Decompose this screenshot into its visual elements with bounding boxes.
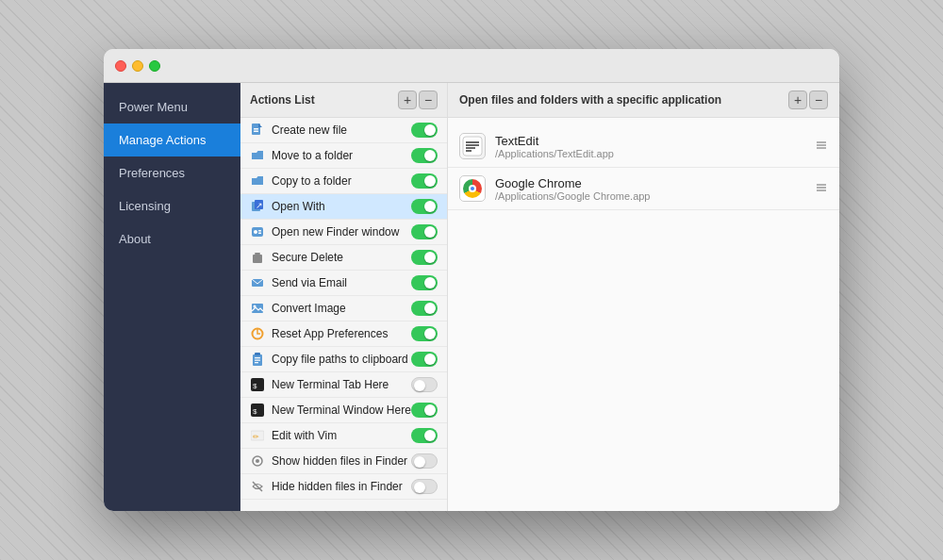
folder-copy-icon [250, 173, 265, 189]
action-item-secure-delete[interactable]: Secure Delete [240, 245, 447, 271]
app-item-textedit[interactable]: TextEdit/Applications/TextEdit.app [448, 125, 839, 168]
svg-rect-9 [258, 233, 261, 235]
app-add-button[interactable]: + [788, 91, 807, 109]
svg-text:✏: ✏ [253, 433, 259, 441]
svg-rect-2 [254, 131, 258, 133]
toggle-open-new-finder[interactable] [411, 224, 438, 239]
action-item-new-terminal-window[interactable]: $New Terminal Window Here [240, 398, 447, 423]
toggle-move-to-folder[interactable] [411, 148, 438, 163]
svg-text:↗: ↗ [256, 201, 263, 210]
close-button[interactable] [115, 60, 126, 72]
toggle-copy-to-folder[interactable] [411, 173, 438, 189]
svg-text:$: $ [253, 382, 257, 390]
action-item-reset-app-prefs[interactable]: Reset App Preferences [240, 321, 447, 347]
reset-icon [250, 326, 265, 341]
sidebar: Power Menu Manage Actions Preferences Li… [104, 83, 240, 511]
action-label-new-terminal-tab: New Terminal Tab Here [272, 378, 389, 391]
toggle-edit-with-vim[interactable] [411, 428, 438, 443]
textedit-icon [459, 133, 486, 159]
action-item-open-new-finder[interactable]: Open new Finder window [240, 220, 447, 245]
svg-rect-19 [255, 360, 260, 361]
main-window: Power Menu Manage Actions Preferences Li… [104, 49, 839, 511]
action-item-show-hidden-files[interactable]: Show hidden files in Finder [240, 449, 447, 474]
action-label-convert-image: Convert Image [272, 302, 346, 315]
traffic-lights [115, 60, 160, 72]
actions-add-button[interactable]: + [398, 91, 417, 109]
google-chrome-path: /Applications/Google Chrome.app [495, 190, 805, 202]
clipboard-icon [250, 352, 265, 367]
sidebar-item-about[interactable]: About [104, 222, 240, 255]
action-item-new-terminal-tab[interactable]: $New Terminal Tab Here [240, 372, 447, 398]
textedit-name: TextEdit [495, 134, 805, 148]
terminal-icon: $ [250, 377, 265, 392]
app-item-google-chrome[interactable]: Google Chrome/Applications/Google Chrome… [448, 168, 839, 210]
app-remove-button[interactable]: − [809, 91, 828, 109]
toggle-send-via-email[interactable] [411, 275, 438, 290]
sidebar-item-power-menu[interactable]: Power Menu [104, 91, 240, 124]
toggle-new-terminal-window[interactable] [411, 403, 438, 418]
action-item-open-with[interactable]: ↗Open With [240, 194, 447, 220]
vim-icon: ✏ [250, 428, 265, 443]
action-label-new-terminal-window: New Terminal Window Here [272, 404, 411, 417]
action-label-secure-delete: Secure Delete [272, 251, 343, 264]
svg-rect-30 [463, 137, 482, 156]
actions-panel-buttons: + − [398, 91, 438, 109]
toggle-show-hidden-files[interactable] [411, 453, 438, 469]
action-label-open-new-finder: Open new Finder window [272, 225, 399, 239]
action-item-copy-file-paths[interactable]: Copy file paths to clipboard [240, 347, 447, 372]
action-label-edit-with-vim: Edit with Vim [272, 429, 337, 442]
action-label-show-hidden-files: Show hidden files in Finder [272, 454, 407, 468]
delete-icon [250, 250, 265, 265]
svg-point-28 [256, 459, 259, 463]
svg-rect-10 [253, 255, 262, 263]
finder-icon [250, 224, 265, 239]
action-label-copy-file-paths: Copy file paths to clipboard [272, 353, 408, 366]
toggle-convert-image[interactable] [411, 301, 438, 316]
titlebar [104, 49, 839, 83]
folder-move-icon [250, 148, 265, 163]
minimize-button[interactable] [132, 60, 143, 72]
action-label-hide-hidden-files: Hide hidden files in Finder [272, 480, 403, 493]
toggle-secure-delete[interactable] [411, 250, 438, 265]
toggle-hide-hidden-files[interactable] [411, 479, 438, 494]
action-item-convert-image[interactable]: Convert Image [240, 296, 447, 321]
image-icon [250, 301, 265, 316]
textedit-menu-icon [815, 139, 828, 155]
terminal-icon: $ [250, 403, 265, 418]
toggle-reset-app-prefs[interactable] [411, 326, 438, 341]
toggle-open-with[interactable] [411, 199, 438, 214]
action-item-hide-hidden-files[interactable]: Hide hidden files in Finder [240, 474, 447, 500]
file-icon [250, 123, 265, 138]
google-chrome-menu-icon [815, 181, 828, 197]
action-item-move-to-folder[interactable]: Move to a folder [240, 143, 447, 169]
svg-rect-1 [254, 128, 258, 130]
action-label-create-new-file: Create new file [272, 124, 347, 137]
toggle-new-terminal-tab[interactable] [411, 377, 438, 392]
action-label-copy-to-folder: Copy to a folder [272, 174, 352, 188]
google-chrome-icon [459, 175, 486, 202]
app-panel-buttons: + − [788, 91, 828, 109]
app-panel-header: Open files and folders with a specific a… [448, 83, 839, 118]
actions-panel-title: Actions List [250, 93, 315, 107]
actions-panel-header: Actions List + − [240, 83, 447, 118]
show-icon [250, 453, 265, 469]
action-item-copy-to-folder[interactable]: Copy to a folder [240, 169, 447, 194]
maximize-button[interactable] [149, 60, 160, 72]
actions-remove-button[interactable]: − [419, 91, 438, 109]
sidebar-item-manage-actions[interactable]: Manage Actions [104, 124, 240, 156]
action-item-create-new-file[interactable]: Create new file [240, 118, 447, 143]
svg-rect-18 [255, 357, 260, 358]
action-label-reset-app-prefs: Reset App Preferences [272, 327, 388, 340]
svg-rect-20 [255, 362, 258, 363]
action-item-edit-with-vim[interactable]: ✏Edit with Vim [240, 423, 447, 449]
action-item-send-via-email[interactable]: Send via Email [240, 271, 447, 296]
svg-text:$: $ [253, 407, 257, 416]
app-list: TextEdit/Applications/TextEdit.appGoogle… [448, 118, 839, 511]
toggle-create-new-file[interactable] [411, 123, 438, 138]
sidebar-item-preferences[interactable]: Preferences [104, 156, 240, 189]
toggle-copy-file-paths[interactable] [411, 352, 438, 367]
hide-icon [250, 479, 265, 494]
action-label-open-with: Open With [272, 200, 325, 213]
sidebar-item-licensing[interactable]: Licensing [104, 189, 240, 222]
content-area: Power Menu Manage Actions Preferences Li… [104, 83, 839, 511]
